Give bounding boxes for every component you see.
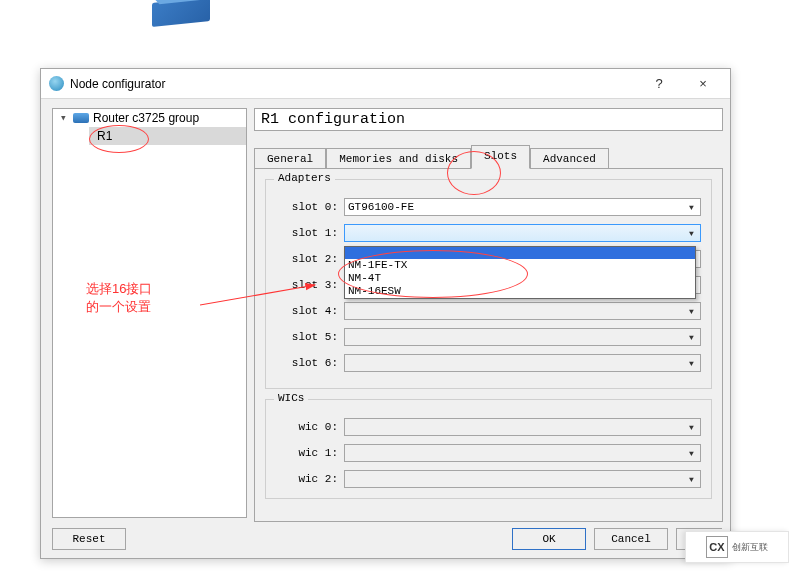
- slot1-dropdown[interactable]: NM-1FE-TX NM-4T NM-16ESW: [344, 246, 696, 299]
- ok-button[interactable]: OK: [512, 528, 586, 550]
- slot3-label: slot 3:: [276, 279, 338, 291]
- watermark-logo: CX: [706, 536, 728, 558]
- close-button[interactable]: ×: [684, 69, 722, 98]
- chevron-down-icon: ▼: [683, 445, 700, 461]
- slot0-combo[interactable]: GT96100-FE▼: [344, 198, 701, 216]
- app-icon: [49, 76, 64, 91]
- wic1-label: wic 1:: [276, 447, 338, 459]
- dropdown-option[interactable]: NM-4T: [345, 272, 695, 285]
- config-title: R1 configuration: [254, 108, 723, 131]
- dropdown-option[interactable]: NM-16ESW: [345, 285, 695, 298]
- chevron-down-icon: ▼: [683, 225, 700, 241]
- reset-button[interactable]: Reset: [52, 528, 126, 550]
- wic1-combo[interactable]: ▼: [344, 444, 701, 462]
- slot2-label: slot 2:: [276, 253, 338, 265]
- tab-memories[interactable]: Memories and disks: [326, 148, 471, 170]
- switch-icon: [152, 0, 210, 24]
- watermark: CX 创新互联: [685, 531, 789, 563]
- adapters-group: Adapters slot 0: GT96100-FE▼ slot 1: ▼ s…: [265, 179, 712, 389]
- chevron-down-icon: ▼: [683, 329, 700, 345]
- tab-slots[interactable]: Slots: [471, 145, 530, 169]
- annotation-text: 选择16接口 的一个设置: [86, 280, 152, 316]
- tree-leaf-r1[interactable]: R1: [89, 127, 246, 145]
- slot0-value: GT96100-FE: [348, 201, 414, 213]
- tree-leaf-label: R1: [97, 129, 112, 143]
- slot6-combo[interactable]: ▼: [344, 354, 701, 372]
- wic2-label: wic 2:: [276, 473, 338, 485]
- slot4-label: slot 4:: [276, 305, 338, 317]
- wics-group: WICs wic 0: ▼ wic 1: ▼ wic 2: ▼: [265, 399, 712, 499]
- tab-general[interactable]: General: [254, 148, 326, 170]
- window-title: Node configurator: [70, 77, 165, 91]
- slot1-label: slot 1:: [276, 227, 338, 239]
- tree-group-router[interactable]: ▸ Router c3725 group: [53, 109, 246, 127]
- slot5-combo[interactable]: ▼: [344, 328, 701, 346]
- wic0-combo[interactable]: ▼: [344, 418, 701, 436]
- annotation-line2: 的一个设置: [86, 298, 152, 316]
- adapters-legend: Adapters: [274, 172, 335, 184]
- chevron-down-icon: ▸: [59, 113, 69, 123]
- chevron-down-icon: ▼: [683, 419, 700, 435]
- wic2-combo[interactable]: ▼: [344, 470, 701, 488]
- chevron-down-icon: ▼: [683, 303, 700, 319]
- help-button[interactable]: ?: [640, 69, 678, 98]
- router-icon: [73, 113, 89, 123]
- titlebar: Node configurator ? ×: [41, 69, 730, 99]
- wic0-label: wic 0:: [276, 421, 338, 433]
- cancel-button[interactable]: Cancel: [594, 528, 668, 550]
- tabbar: General Memories and disks Slots Advance…: [254, 143, 723, 169]
- chevron-down-icon: ▼: [683, 199, 700, 215]
- tabpage-slots: Adapters slot 0: GT96100-FE▼ slot 1: ▼ s…: [254, 168, 723, 522]
- dropdown-option[interactable]: NM-1FE-TX: [345, 259, 695, 272]
- chevron-down-icon: ▼: [683, 355, 700, 371]
- slot6-label: slot 6:: [276, 357, 338, 369]
- slot1-combo[interactable]: ▼: [344, 224, 701, 242]
- chevron-down-icon: ▼: [683, 471, 700, 487]
- tab-advanced[interactable]: Advanced: [530, 148, 609, 170]
- watermark-text: 创新互联: [732, 542, 768, 552]
- tree-group-label: Router c3725 group: [93, 111, 199, 125]
- slot0-label: slot 0:: [276, 201, 338, 213]
- wics-legend: WICs: [274, 392, 308, 404]
- slot5-label: slot 5:: [276, 331, 338, 343]
- dropdown-blank-option[interactable]: [345, 247, 695, 259]
- annotation-line1: 选择16接口: [86, 280, 152, 298]
- slot4-combo[interactable]: ▼: [344, 302, 701, 320]
